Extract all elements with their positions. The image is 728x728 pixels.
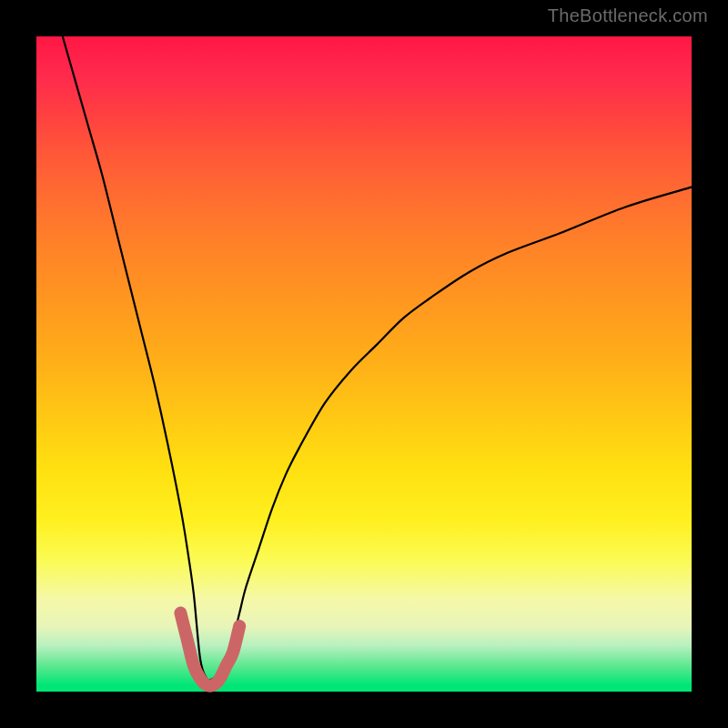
curve-layer bbox=[36, 36, 692, 692]
plot-area bbox=[36, 36, 692, 692]
chart-container: TheBottleneck.com bbox=[0, 0, 728, 728]
optimal-marker bbox=[180, 613, 239, 686]
watermark-text: TheBottleneck.com bbox=[548, 5, 708, 26]
bottleneck-curve bbox=[63, 36, 692, 681]
